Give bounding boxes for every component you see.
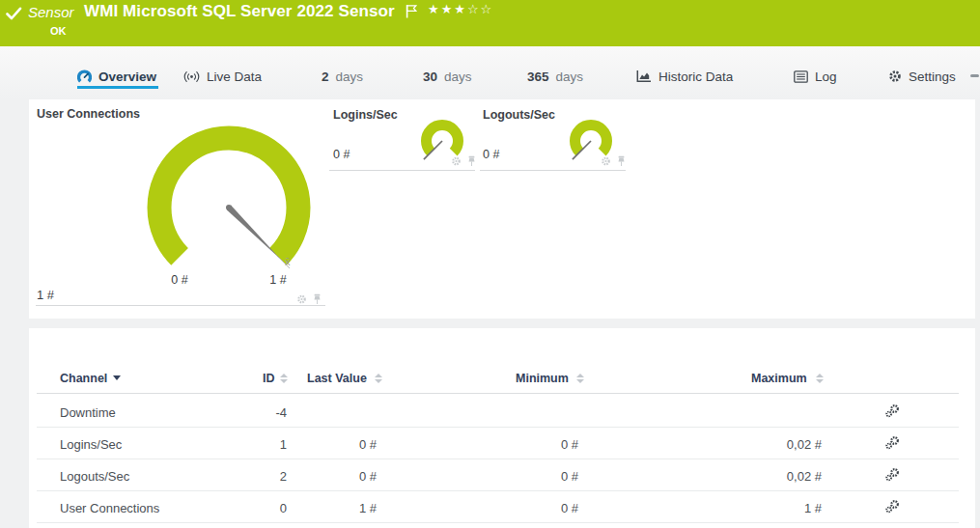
sort-arrows-icon[interactable] — [576, 374, 584, 383]
channel-name: Logins/Sec — [60, 437, 122, 452]
gauge-title: Logins/Sec — [333, 108, 398, 122]
tab-365-days[interactable]: 365 days — [527, 64, 583, 89]
status-badge: OK — [50, 25, 67, 37]
gauge-current-value: 1 # — [37, 288, 54, 302]
channel-minimum: 0 # — [482, 501, 578, 515]
tab-log[interactable]: Log — [794, 64, 837, 89]
pin-icon[interactable] — [312, 293, 322, 305]
gears-icon[interactable] — [884, 499, 900, 514]
gauge-needle — [227, 206, 280, 259]
pin-icon[interactable] — [616, 155, 627, 167]
column-header-last-value[interactable]: Last Value — [307, 372, 367, 385]
tab-label: Log — [815, 69, 837, 84]
caret-down-icon — [113, 375, 121, 380]
check-icon — [6, 7, 22, 21]
column-header-minimum[interactable]: Minimum — [516, 372, 569, 385]
channel-name: Logouts/Sec — [60, 469, 129, 484]
widget-toolbar — [451, 155, 477, 167]
gauge-current-value: 0 # — [483, 148, 499, 161]
gauge-average-marker: x̄ — [285, 256, 291, 267]
tab-live-data[interactable]: Live Data — [183, 64, 262, 89]
widget-toolbar — [296, 293, 322, 305]
gear-icon — [888, 69, 902, 83]
channel-last-value: 1 # — [280, 501, 377, 515]
widget-toolbar — [601, 155, 627, 167]
tab-number: 2 — [322, 69, 329, 84]
broadcast-icon — [183, 70, 200, 83]
gear-icon[interactable] — [451, 155, 462, 167]
channel-last-value: 0 # — [280, 437, 377, 452]
gear-icon[interactable] — [601, 155, 611, 167]
pin-icon[interactable] — [466, 155, 477, 167]
channel-id: 2 — [212, 469, 287, 484]
gears-icon[interactable] — [884, 435, 900, 451]
channel-name: User Connections — [60, 501, 159, 515]
channel-minimum: 0 # — [482, 469, 578, 484]
log-list-icon — [794, 70, 808, 83]
active-tab-indicator — [77, 86, 158, 89]
tab-2-days[interactable]: 2 days — [322, 64, 363, 89]
tab-label: Overview — [98, 69, 156, 84]
page-title: WMI Microsoft SQL Server 2022 Sensor — [84, 2, 395, 21]
star-rating[interactable]: ★★★☆☆ — [428, 2, 493, 16]
column-header-channel[interactable]: Channel — [60, 372, 121, 385]
gauge-scale-max: 1 # — [259, 273, 297, 287]
column-header-maximum[interactable]: Maximum — [751, 372, 807, 385]
gauges-panel: User Connections 0 # 1 # x̄ 1 # Logins/S… — [29, 99, 975, 319]
table-row: User Connections 0 1 # 0 # 1 # — [37, 491, 959, 523]
widget-divider — [36, 305, 325, 306]
prtg-sensor-page: Sensor WMI Microsoft SQL Server 2022 Sen… — [0, 0, 980, 528]
channel-name: Downtime — [60, 405, 116, 420]
gears-icon[interactable] — [884, 467, 900, 483]
tab-unit: days — [336, 69, 364, 84]
channel-id: 0 — [212, 501, 287, 515]
table-row: Logins/Sec 1 0 # 0 # 0,02 # — [37, 428, 959, 459]
gear-icon[interactable] — [296, 293, 307, 305]
widget-divider — [329, 170, 475, 171]
tab-number: 365 — [527, 69, 549, 84]
flag-icon[interactable] — [406, 4, 418, 19]
table-row: Downtime -4 — [37, 396, 959, 428]
tab-number: 30 — [423, 69, 437, 84]
gauge-title: User Connections — [37, 107, 140, 121]
gauge-icon — [77, 69, 92, 84]
tab-label: Settings — [909, 69, 956, 84]
channel-maximum: 0,02 # — [696, 437, 822, 452]
gears-icon[interactable] — [884, 403, 900, 419]
sensor-header: Sensor WMI Microsoft SQL Server 2022 Sen… — [0, 0, 980, 46]
tab-label: Live Data — [207, 69, 262, 84]
channel-table: Channel ID Last Value Minimum Maximum Do… — [29, 328, 975, 528]
column-header-id[interactable]: ID — [263, 372, 275, 385]
table-header-row: Channel ID Last Value Minimum Maximum — [37, 365, 959, 394]
channel-maximum: 1 # — [696, 501, 822, 515]
sensor-tabbar: Overview Live Data 2 days 30 days 365 da… — [0, 46, 980, 99]
tab-settings[interactable]: Settings — [888, 64, 956, 89]
channel-id: -4 — [212, 405, 287, 420]
gauge-scale-min: 0 # — [160, 273, 199, 287]
channel-last-value: 0 # — [280, 469, 377, 484]
tabbar-overflow-dash-icon — [970, 74, 979, 77]
object-kind-label: Sensor — [28, 4, 74, 20]
sort-arrows-icon[interactable] — [816, 374, 824, 383]
channel-minimum: 0 # — [482, 437, 578, 452]
gauge-current-value: 0 # — [333, 148, 350, 161]
tab-label: Historic Data — [658, 69, 733, 84]
tab-unit: days — [444, 69, 472, 84]
table-row: Logouts/Sec 2 0 # 0 # 0,02 # — [37, 459, 959, 491]
tab-30-days[interactable]: 30 days — [423, 64, 472, 89]
channel-id: 1 — [212, 437, 287, 452]
sort-arrows-icon[interactable] — [280, 374, 288, 383]
sort-arrows-icon[interactable] — [375, 374, 382, 383]
tab-unit: days — [556, 69, 584, 84]
tab-historic-data[interactable]: Historic Data — [636, 64, 733, 89]
gauge-title: Logouts/Sec — [483, 108, 555, 122]
widget-divider — [480, 170, 626, 171]
area-chart-icon — [636, 69, 652, 83]
channel-maximum: 0,02 # — [696, 469, 822, 484]
